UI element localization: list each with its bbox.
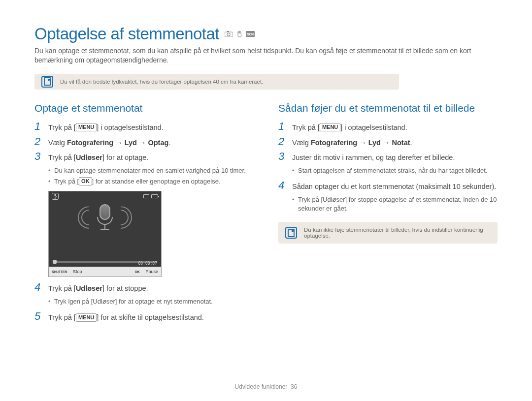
left-column: Optage et stemmenotat 1 Tryk på [MENU] i…: [34, 102, 254, 326]
tip-text: Du kan ikke føje stemmenotater til bille…: [304, 227, 483, 239]
mic-icon: [52, 193, 59, 200]
step-number: 2: [278, 136, 287, 147]
tip-continuous-shooting: Du kan ikke føje stemmenotater til bille…: [278, 222, 498, 244]
step-number: 4: [34, 282, 43, 293]
step-text: Juster dit motiv i rammen, og tag dereft…: [292, 151, 455, 163]
menu-key: MENU: [76, 123, 97, 131]
menu-key: MENU: [320, 123, 340, 131]
svg-rect-2: [227, 31, 229, 32]
left-step-5: 5 Tryk på [MENU] for at skifte til optag…: [34, 311, 254, 323]
step-number: 1: [34, 121, 43, 132]
hand-icon: [235, 31, 244, 37]
right-step-4: 4 Sådan optager du et kort stemmenotat (…: [278, 180, 498, 192]
note-icon: [41, 76, 53, 88]
right-heading: Sådan føjer du et stemmenotat til et bil…: [278, 102, 498, 114]
speaker-icon: [143, 194, 149, 198]
mode-icons: SCN: [224, 31, 255, 37]
right-step-3-bullets: Start optagelsen af stemmenotatet straks…: [292, 166, 498, 175]
progress-bar: 00:00:07: [53, 259, 157, 265]
step-text: Tryk på [MENU] i optagelsestilstand.: [292, 121, 407, 133]
left-step-1: 1 Tryk på [MENU] i optagelsestilstand.: [34, 121, 254, 133]
stop-label: Stop: [70, 269, 85, 274]
step-text: Vælg Fotografering → Lyd → Optag.: [48, 136, 170, 149]
left-step-2: 2 Vælg Fotografering → Lyd → Optag.: [34, 136, 254, 149]
step-number: 2: [34, 136, 43, 147]
step-text: Tryk på [MENU] i optagelsestilstand.: [48, 121, 164, 133]
camera-p-icon: [224, 31, 233, 37]
left-step-4-bullets: Tryk igen på [Udløser] for at optage et …: [48, 297, 254, 306]
step-text: Tryk på [MENU] for at skifte til optagel…: [48, 311, 204, 323]
step-text: Sådan optager du et kort stemmenotat (ma…: [292, 180, 496, 192]
svg-text:SCN: SCN: [247, 32, 254, 36]
ok-key: OK: [79, 177, 92, 185]
bullet: Du kan optage stemmenotater med en samle…: [48, 166, 254, 175]
elapsed-time: 00:00:07: [138, 261, 157, 266]
svg-point-1: [227, 33, 230, 36]
page-title-text: Optagelse af stemmenotat: [34, 25, 219, 43]
step-text: Vælg Fotografering → Lyd → Notat.: [292, 136, 412, 149]
page-title: Optagelse af stemmenotat SCN: [34, 25, 498, 43]
bullet: Tryk på [Udløser] for stoppe optagelse a…: [292, 195, 498, 213]
step-number: 5: [34, 311, 43, 322]
step-number: 3: [34, 151, 43, 162]
right-step-2: 2 Vælg Fotografering → Lyd → Notat.: [278, 136, 498, 149]
scn-icon: SCN: [246, 31, 255, 37]
step-text: Tryk på [Udløser] for at stoppe.: [48, 282, 148, 294]
tip-best-audio: Du vil få den bedste lydkvalitet, hvis d…: [34, 74, 399, 90]
step-number: 3: [278, 151, 287, 162]
left-heading: Optage et stemmenotat: [34, 102, 254, 114]
pause-label: Pause: [142, 269, 161, 274]
page-footer: Udvidede funktioner 36: [0, 383, 532, 390]
right-step-4-bullets: Tryk på [Udløser] for stoppe optagelse a…: [292, 195, 498, 213]
battery-icon: [151, 194, 158, 198]
microphone-icon: [94, 204, 116, 238]
bullet: Tryk igen på [Udløser] for at optage et …: [48, 297, 254, 306]
step-number: 4: [278, 180, 287, 191]
left-step-3: 3 Tryk på [Udløser] for at optage.: [34, 151, 254, 163]
screenshot-footer: SHUTTER Stop OK Pause: [49, 267, 161, 277]
svg-rect-5: [55, 194, 56, 196]
menu-key: MENU: [76, 313, 97, 322]
step-number: 1: [278, 121, 287, 132]
left-step-3-bullets: Du kan optage stemmenotater med en samle…: [48, 166, 254, 186]
recording-screenshot: 00:00:07 SHUTTER Stop OK Pause: [48, 191, 162, 277]
tip-text: Du vil få den bedste lydkvalitet, hvis d…: [60, 79, 263, 85]
shutter-key-label: SHUTTER: [49, 270, 70, 274]
step-text: Tryk på [Udløser] for at optage.: [48, 151, 148, 163]
note-icon: [285, 227, 297, 239]
right-step-1: 1 Tryk på [MENU] i optagelsestilstand.: [278, 121, 498, 133]
sound-wave-right-icon: [119, 206, 139, 236]
left-step-4: 4 Tryk på [Udløser] for at stoppe.: [34, 282, 254, 294]
right-step-3: 3 Juster dit motiv i rammen, og tag dere…: [278, 151, 498, 163]
sound-wave-left-icon: [71, 206, 91, 236]
intro-paragraph: Du kan optage et stemmenotat, som du kan…: [34, 46, 498, 65]
right-column: Sådan føjer du et stemmenotat til et bil…: [278, 102, 498, 326]
bullet: Start optagelsen af stemmenotatet straks…: [292, 166, 498, 175]
bullet: Tryk på [OK] for at standse eller genopt…: [48, 177, 254, 186]
ok-key-label: OK: [132, 270, 143, 274]
